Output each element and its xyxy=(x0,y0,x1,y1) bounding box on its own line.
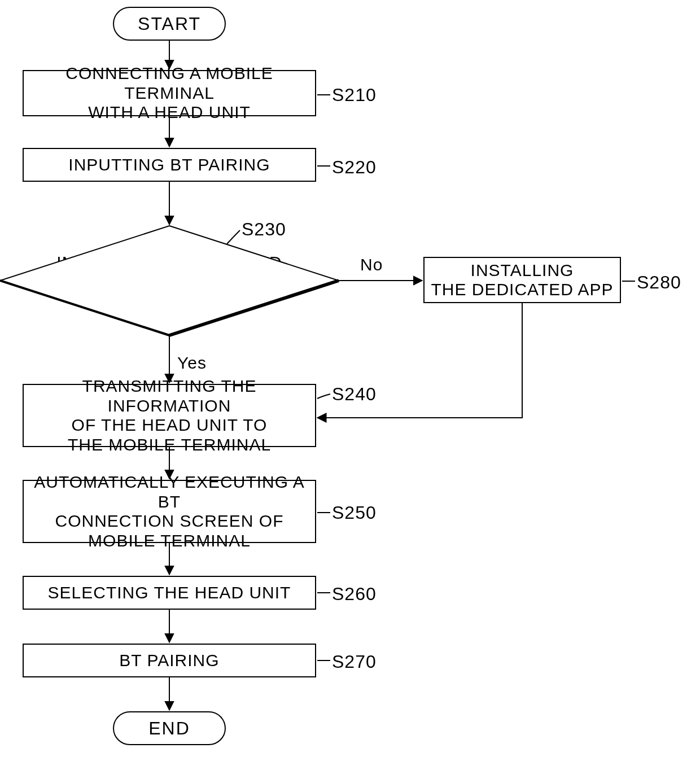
process-s250-text: AUTOMATICALLY EXECUTING A BTCONNECTION S… xyxy=(28,473,310,550)
process-s280-text: INSTALLINGTHE DEDICATED APP xyxy=(431,261,613,300)
svg-line-2 xyxy=(0,281,169,335)
process-s220-text: INPUTTING BT PAIRING xyxy=(68,155,270,175)
process-s250: AUTOMATICALLY EXECUTING A BTCONNECTION S… xyxy=(23,480,316,543)
terminator-end: END xyxy=(113,711,226,745)
terminator-end-text: END xyxy=(148,718,190,739)
process-s270: BT PAIRING xyxy=(23,644,316,677)
flowchart-canvas: START CONNECTING A MOBILE TERMINALWITH A… xyxy=(0,0,700,770)
process-s240: TRANSMITTING THE INFORMATIONOF THE HEAD … xyxy=(23,384,316,447)
decision-s230 xyxy=(0,226,339,335)
tag-s230: S230 xyxy=(242,219,286,240)
terminator-start: START xyxy=(113,7,226,41)
tag-s260: S260 xyxy=(332,584,377,605)
process-s280: INSTALLINGTHE DEDICATED APP xyxy=(423,257,621,303)
edge-label-no: No xyxy=(360,255,383,274)
tag-s210: S210 xyxy=(332,85,377,106)
edge-label-yes: Yes xyxy=(177,353,207,373)
tag-s240: S240 xyxy=(332,384,377,405)
svg-line-1 xyxy=(169,281,339,335)
process-s260: SELECTING THE HEAD UNIT xyxy=(23,576,316,610)
svg-marker-0 xyxy=(0,226,339,335)
decision-s230-text: INSTALLING A DEDICATEDAPP TO THE MOBILET… xyxy=(56,253,282,312)
process-s240-text: TRANSMITTING THE INFORMATIONOF THE HEAD … xyxy=(28,377,310,454)
process-s220: INPUTTING BT PAIRING xyxy=(23,148,316,182)
process-s260-text: SELECTING THE HEAD UNIT xyxy=(48,583,291,603)
process-s210: CONNECTING A MOBILE TERMINALWITH A HEAD … xyxy=(23,70,316,116)
tag-s220: S220 xyxy=(332,157,377,178)
process-s210-text: CONNECTING A MOBILE TERMINALWITH A HEAD … xyxy=(28,64,310,123)
tag-s270: S270 xyxy=(332,651,377,672)
tag-s280: S280 xyxy=(637,272,681,293)
process-s270-text: BT PAIRING xyxy=(119,651,219,671)
terminator-start-text: START xyxy=(138,14,201,34)
tag-s250: S250 xyxy=(332,502,377,523)
